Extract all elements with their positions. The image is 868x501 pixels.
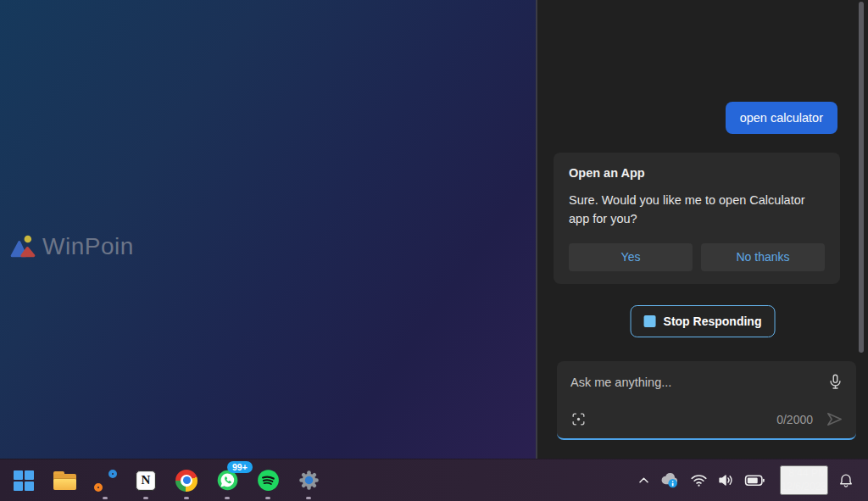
chrome-icon <box>175 470 198 492</box>
taskbar-apps: N 99+ <box>0 459 329 501</box>
winpoin-text: WinPoin <box>42 233 134 260</box>
taskbar: N 99+ <box>0 459 868 501</box>
clock-time: 8:44 PM <box>782 467 826 481</box>
volume-icon[interactable] <box>717 471 735 489</box>
system-tray: 8:44 PM 12/6/2023 <box>637 465 868 495</box>
file-explorer-button[interactable] <box>44 459 85 501</box>
start-button[interactable] <box>3 459 44 501</box>
copilot-panel: open calculator Open an App Sure. Would … <box>536 0 868 459</box>
screen: WinPoin open calculator Open an App Sure… <box>0 0 868 501</box>
notion-icon: N <box>136 470 156 491</box>
whatsapp-button[interactable]: 99+ <box>207 459 248 501</box>
running-indicator <box>225 497 230 499</box>
char-counter: 0/2000 <box>776 413 813 426</box>
send-icon[interactable] <box>825 409 844 429</box>
windows-logo-icon <box>14 470 34 491</box>
winpoin-logo-icon <box>8 232 37 261</box>
chevron-up-icon[interactable] <box>637 474 650 487</box>
spotify-icon <box>257 469 280 492</box>
running-indicator <box>306 497 311 499</box>
notification-bell-icon[interactable] <box>837 472 854 489</box>
gear-icon <box>298 469 320 492</box>
screenshot-icon[interactable] <box>570 411 587 427</box>
running-indicator <box>265 497 270 499</box>
card-title: Open an App <box>569 166 825 180</box>
stop-square-icon <box>644 315 656 327</box>
settings-button[interactable] <box>288 459 329 501</box>
vmware-icon <box>94 470 117 492</box>
running-indicator <box>103 497 108 499</box>
running-indicator <box>143 497 148 499</box>
mic-icon[interactable] <box>826 373 844 391</box>
clock[interactable]: 8:44 PM 12/6/2023 <box>780 465 828 495</box>
notion-button[interactable]: N <box>125 459 166 501</box>
yes-button[interactable]: Yes <box>569 243 693 271</box>
card-body: Sure. Would you like me to open Calculat… <box>569 191 825 229</box>
spotify-button[interactable] <box>248 459 288 501</box>
battery-icon[interactable] <box>744 470 765 491</box>
response-card: Open an App Sure. Would you like me to o… <box>554 153 840 284</box>
chat-input[interactable] <box>570 376 826 389</box>
running-indicator <box>184 497 189 499</box>
stop-responding-label: Stop Responding <box>664 315 762 328</box>
user-message-bubble: open calculator <box>726 102 837 134</box>
card-buttons: Yes No thanks <box>569 243 825 271</box>
stop-responding-button[interactable]: Stop Responding <box>631 305 776 337</box>
folder-icon <box>53 471 76 490</box>
vmware-button[interactable] <box>85 459 125 501</box>
winpoin-watermark: WinPoin <box>8 232 134 261</box>
no-thanks-button[interactable]: No thanks <box>701 243 825 271</box>
whatsapp-badge: 99+ <box>227 461 253 474</box>
chrome-button[interactable] <box>166 459 207 501</box>
chat-input-box[interactable]: 0/2000 <box>557 361 856 440</box>
clock-date: 12/6/2023 <box>782 481 826 494</box>
onedrive-cloud-icon[interactable] <box>659 470 681 491</box>
wifi-icon[interactable] <box>690 471 708 489</box>
chat-scrollbar[interactable] <box>859 2 864 353</box>
